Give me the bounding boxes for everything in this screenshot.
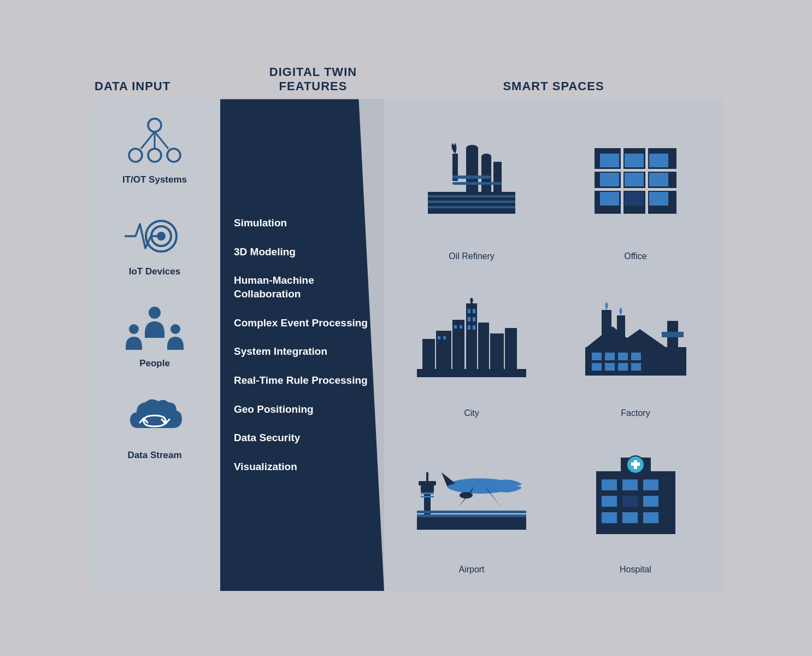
feature-geo: Geo Positioning xyxy=(231,403,368,417)
people-label: People xyxy=(139,358,170,369)
svg-point-81 xyxy=(460,492,473,499)
svg-rect-90 xyxy=(602,479,617,490)
space-office: Office xyxy=(564,115,707,261)
svg-point-3 xyxy=(167,149,180,162)
svg-rect-94 xyxy=(622,496,638,507)
svg-rect-15 xyxy=(493,162,502,192)
svg-rect-14 xyxy=(481,156,491,192)
space-city: City xyxy=(401,272,543,418)
svg-point-1 xyxy=(129,149,142,162)
factory-icon xyxy=(585,272,686,403)
svg-rect-51 xyxy=(473,317,475,321)
svg-rect-93 xyxy=(602,496,617,507)
left-column: IT/OT Systems IoT Devices xyxy=(89,99,220,591)
svg-rect-68 xyxy=(592,363,602,371)
svg-rect-84 xyxy=(417,511,526,513)
svg-point-16 xyxy=(466,145,478,151)
feature-system-integration: System Integration xyxy=(231,345,368,359)
space-hospital: Hospital xyxy=(564,429,707,575)
svg-rect-35 xyxy=(621,148,623,214)
svg-marker-41 xyxy=(469,298,474,301)
svg-rect-13 xyxy=(466,148,478,192)
header-smart-spaces: SMART SPACES xyxy=(390,79,717,93)
oil-refinery-label: Oil Refinery xyxy=(449,251,495,261)
hospital-icon xyxy=(591,429,681,560)
svg-rect-44 xyxy=(422,339,435,372)
oil-refinery-icon xyxy=(422,115,521,246)
svg-rect-36 xyxy=(645,148,648,214)
svg-rect-54 xyxy=(417,369,526,377)
svg-rect-69 xyxy=(605,363,615,371)
office-icon xyxy=(589,115,682,246)
svg-rect-47 xyxy=(505,328,517,372)
airport-label: Airport xyxy=(458,565,484,575)
svg-rect-55 xyxy=(454,325,457,329)
svg-rect-97 xyxy=(622,512,638,523)
hospital-label: Hospital xyxy=(620,565,651,575)
data-item-people: People xyxy=(122,299,187,369)
it-ot-icon xyxy=(122,115,187,170)
svg-rect-30 xyxy=(625,173,644,186)
svg-rect-72 xyxy=(667,321,678,376)
svg-rect-70 xyxy=(618,363,628,371)
svg-point-10 xyxy=(149,307,161,319)
data-item-iot: IoT Devices xyxy=(122,207,187,277)
svg-rect-83 xyxy=(417,514,526,517)
feature-simulation: Simulation xyxy=(231,216,368,230)
feature-visualization: Visualization xyxy=(231,460,368,474)
main-panel: IT/OT Systems IoT Devices xyxy=(89,99,723,591)
svg-rect-57 xyxy=(438,336,440,339)
feature-rtrp: Real-Time Rule Processing xyxy=(231,374,368,388)
right-column: Oil Refinery xyxy=(384,99,723,591)
svg-rect-89 xyxy=(631,462,640,466)
svg-rect-75 xyxy=(421,484,434,493)
svg-rect-96 xyxy=(602,512,617,523)
svg-rect-58 xyxy=(443,336,446,339)
svg-rect-26 xyxy=(600,154,619,167)
feature-data-security: Data Security xyxy=(231,431,368,445)
header-digital-twin: DIGITAL TWINFEATURES xyxy=(237,65,390,94)
headers-row: DATA INPUT DIGITAL TWINFEATURES SMART SP… xyxy=(89,65,723,94)
svg-rect-19 xyxy=(452,175,491,179)
svg-point-17 xyxy=(481,154,491,159)
iot-icon xyxy=(122,207,187,262)
data-item-stream: Data Stream xyxy=(122,391,187,461)
svg-point-0 xyxy=(148,119,161,132)
city-label: City xyxy=(464,408,479,418)
it-ot-label: IT/OT Systems xyxy=(122,174,187,185)
svg-rect-77 xyxy=(421,496,434,497)
svg-rect-33 xyxy=(625,192,644,206)
svg-rect-31 xyxy=(649,173,668,186)
svg-rect-73 xyxy=(662,332,684,337)
svg-rect-48 xyxy=(468,309,470,313)
people-icon xyxy=(122,299,187,354)
middle-column: Simulation 3D Modeling Human-Machine Col… xyxy=(215,99,384,591)
svg-rect-53 xyxy=(473,325,475,330)
svg-rect-64 xyxy=(592,353,602,360)
airport-icon xyxy=(414,429,529,560)
svg-rect-56 xyxy=(460,325,462,329)
office-label: Office xyxy=(624,251,647,261)
feature-3d-modeling: 3D Modeling xyxy=(231,245,368,259)
svg-rect-34 xyxy=(649,192,668,206)
svg-rect-66 xyxy=(618,353,628,360)
svg-rect-23 xyxy=(428,201,515,203)
svg-rect-71 xyxy=(631,363,641,371)
data-item-it-ot: IT/OT Systems xyxy=(122,115,187,185)
svg-line-6 xyxy=(155,132,168,149)
svg-rect-24 xyxy=(428,206,515,208)
iot-label: IoT Devices xyxy=(129,266,181,277)
svg-rect-82 xyxy=(417,516,526,530)
svg-rect-76 xyxy=(421,493,434,494)
svg-rect-29 xyxy=(600,173,619,186)
svg-rect-95 xyxy=(643,496,658,507)
svg-rect-20 xyxy=(452,182,502,185)
svg-rect-67 xyxy=(631,353,641,360)
svg-rect-50 xyxy=(468,317,470,321)
svg-rect-27 xyxy=(625,154,644,167)
header-data-input: DATA INPUT xyxy=(95,79,237,93)
svg-rect-45 xyxy=(478,323,489,372)
city-icon xyxy=(417,272,526,403)
svg-rect-98 xyxy=(643,512,658,523)
data-stream-icon xyxy=(122,391,187,446)
